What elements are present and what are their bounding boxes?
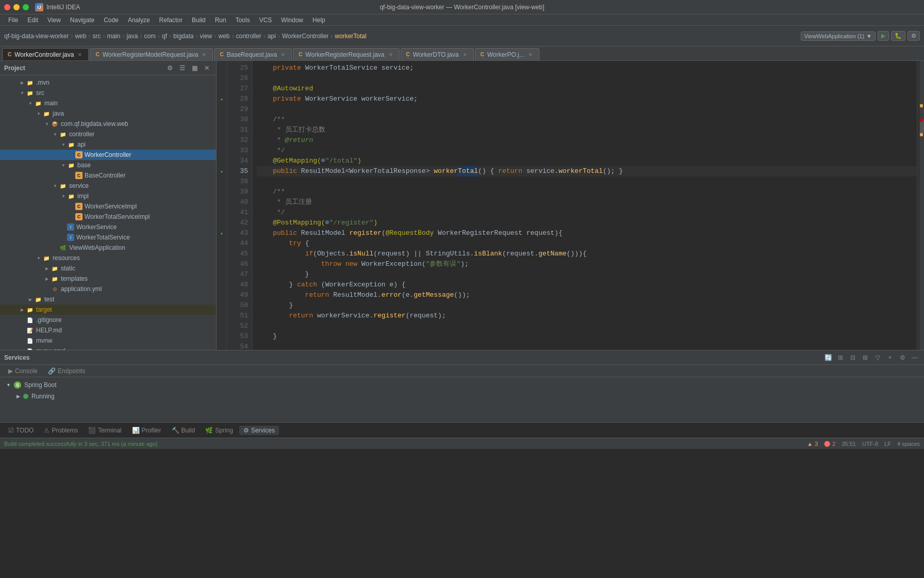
tree-item-basecontroller[interactable]: ▶ C BaseController	[0, 170, 216, 181]
breadcrumb-bigdata[interactable]: bigdata	[173, 33, 193, 40]
breadcrumb-web2[interactable]: web	[219, 33, 230, 40]
tree-item-controller[interactable]: ▼ 📁 controller	[0, 129, 216, 139]
tree-item-main[interactable]: ▼ 📁 main	[0, 98, 216, 108]
tree-item-workerservice[interactable]: ▶ I WorkerService	[0, 222, 216, 232]
sidebar-layout-btn[interactable]: ▦	[189, 63, 200, 73]
tree-item-workertotalserviceimpl[interactable]: ▶ C WorkerTotalServiceImpl	[0, 212, 216, 222]
menu-file[interactable]: File	[4, 15, 22, 25]
breadcrumb-workertotal[interactable]: workerTotal	[335, 33, 366, 40]
tab-close[interactable]: ✕	[527, 52, 534, 58]
close-button[interactable]	[4, 4, 10, 10]
expand-all-button[interactable]: ⊞	[835, 352, 846, 363]
sidebar-settings-btn[interactable]: ☰	[177, 63, 187, 73]
running-item[interactable]: ▶ Running	[4, 391, 920, 402]
add-button[interactable]: +	[885, 352, 895, 363]
menu-code[interactable]: Code	[100, 15, 123, 25]
tree-item-static[interactable]: ▶ 📁 static	[0, 263, 216, 274]
settings-button[interactable]: ⚙	[908, 31, 920, 41]
tree-item-workerserviceimpl[interactable]: ▶ C WorkerServiceImpl	[0, 201, 216, 212]
spring-boot-item[interactable]: ▼ S Spring Boot	[4, 379, 920, 391]
breadcrumb-api[interactable]: api	[268, 33, 276, 40]
menu-analyze[interactable]: Analyze	[124, 15, 154, 25]
dock-tab-profiler[interactable]: 📊 Profiler	[128, 426, 166, 435]
tab-console[interactable]: ▶ Console	[4, 366, 42, 376]
menu-run[interactable]: Run	[211, 15, 230, 25]
menu-edit[interactable]: Edit	[23, 15, 42, 25]
minimize-button[interactable]	[13, 4, 20, 10]
tree-item-appyml[interactable]: ▶ ⚙ application.yml	[0, 284, 216, 294]
tab-workercontroller[interactable]: C WorkerController.java ✕	[2, 48, 89, 60]
tree-item-helpmd[interactable]: ▶ 📝 HELP.md	[0, 325, 216, 335]
breadcrumb-web[interactable]: web	[75, 33, 86, 40]
refresh-button[interactable]: 🔄	[823, 352, 833, 363]
collapse-all-button[interactable]: ⊟	[848, 352, 858, 363]
error-count[interactable]: ⬤ 2	[824, 440, 835, 447]
dock-tab-services[interactable]: ⚙ Services	[239, 426, 279, 435]
menu-navigate[interactable]: Navigate	[66, 15, 98, 25]
menu-vcs[interactable]: VCS	[255, 15, 276, 25]
run-config-selector[interactable]: ViewWebApplication (1) ▼	[801, 31, 876, 41]
tab-workerregisterrequest[interactable]: C WorkerRegisterRequest.java ✕	[293, 48, 399, 60]
breadcrumb-src[interactable]: src	[92, 33, 101, 40]
breadcrumb-main[interactable]: main	[107, 33, 120, 40]
menu-view[interactable]: View	[43, 15, 65, 25]
menu-tools[interactable]: Tools	[232, 15, 254, 25]
run-button[interactable]: ▶	[878, 31, 889, 41]
menu-help[interactable]: Help	[308, 15, 329, 25]
tree-item-base[interactable]: ▼ 📁 base	[0, 160, 216, 170]
breadcrumb-qf[interactable]: qf	[162, 33, 167, 40]
code-editor[interactable]: private WorkerTotalService service; @Aut…	[253, 61, 917, 350]
encoding[interactable]: UTF-8	[862, 441, 878, 447]
tab-close[interactable]: ✕	[388, 52, 394, 58]
tree-item-workertotalservice[interactable]: ▶ I WorkerTotalService	[0, 232, 216, 243]
tree-item-workercontroller[interactable]: ▶ C WorkerController	[0, 150, 216, 160]
breadcrumb-project[interactable]: qf-big-data-view-worker	[4, 33, 69, 40]
menu-window[interactable]: Window	[277, 15, 307, 25]
tree-item-mvnwcmd[interactable]: ▶ 📄 mvnw.cmd	[0, 346, 216, 350]
filter-button[interactable]: ▽	[872, 352, 883, 363]
settings-button2[interactable]: ⚙	[897, 352, 908, 363]
tab-workerpo[interactable]: C WorkerPO.j... ✕	[475, 48, 539, 60]
tree-item-java[interactable]: ▼ 📁 java	[0, 108, 216, 119]
menu-build[interactable]: Build	[188, 15, 210, 25]
tree-item-mvn[interactable]: ▶ 📁 .mvn	[0, 77, 216, 88]
dock-tab-problems[interactable]: ⚠ Problems	[40, 426, 82, 435]
tree-item-test[interactable]: ▶ 📁 test	[0, 294, 216, 304]
tree-item-templates[interactable]: ▶ 📁 templates	[0, 274, 216, 284]
indentation[interactable]: 4 spaces	[897, 441, 920, 447]
tab-endpoints[interactable]: 🔗 Endpoints	[44, 366, 89, 376]
tab-close[interactable]: ✕	[280, 52, 286, 58]
tab-close[interactable]: ✕	[201, 52, 207, 58]
tab-workerregistermodelrequest[interactable]: C WorkerRegisterModelRequest.java ✕	[90, 48, 213, 60]
warning-count[interactable]: ▲ 3	[807, 441, 818, 447]
tree-item-api[interactable]: ▼ 📁 api	[0, 139, 216, 150]
sidebar-gear-btn[interactable]: ⚙	[164, 63, 175, 73]
traffic-lights[interactable]	[4, 4, 29, 10]
menu-refactor[interactable]: Refactor	[155, 15, 187, 25]
breadcrumb-view[interactable]: view	[200, 33, 212, 40]
tree-item-mvnw[interactable]: ▶ 📄 mvnw	[0, 335, 216, 346]
tab-close[interactable]: ✕	[77, 52, 83, 58]
tree-item-package[interactable]: ▼ 📦 com.qf.bigdata.view.web	[0, 119, 216, 129]
group-button[interactable]: ⊞	[860, 352, 870, 363]
tab-workerdto[interactable]: C WorkerDTO.java ✕	[401, 48, 474, 60]
tree-item-resources[interactable]: ▼ 📁 resources	[0, 253, 216, 263]
breadcrumb-controller[interactable]: controller	[236, 33, 261, 40]
dock-tab-spring[interactable]: 🌿 Spring	[201, 426, 237, 435]
tree-item-src[interactable]: ▼ 📁 src	[0, 88, 216, 98]
maximize-button[interactable]	[23, 4, 29, 10]
dock-tab-todo[interactable]: ☑ TODO	[4, 426, 38, 435]
tree-item-impl[interactable]: ▼ 📁 impl	[0, 191, 216, 201]
debug-button[interactable]: 🐛	[891, 31, 905, 41]
sidebar-close-btn[interactable]: ✕	[202, 63, 212, 73]
tab-baserequest[interactable]: C BaseRequest.java ✕	[214, 48, 292, 60]
breadcrumb-com[interactable]: com	[144, 33, 156, 40]
dock-tab-terminal[interactable]: ⬛ Terminal	[84, 426, 125, 435]
line-ending[interactable]: LF	[884, 441, 891, 447]
minimize-panel-button[interactable]: —	[910, 352, 920, 363]
tree-item-gitignore[interactable]: ▶ 📄 .gitignore	[0, 315, 216, 325]
dock-tab-build[interactable]: 🔨 Build	[168, 426, 200, 435]
tree-item-viewwebapp[interactable]: ▶ 🌿 ViewWebApplication	[0, 243, 216, 253]
tree-item-service[interactable]: ▼ 📁 service	[0, 181, 216, 191]
tab-close[interactable]: ✕	[462, 52, 468, 58]
